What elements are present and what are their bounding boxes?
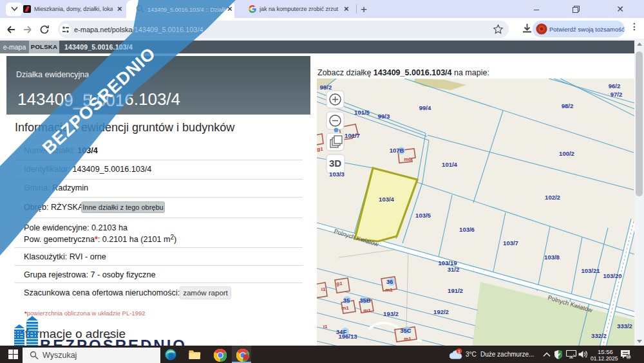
svg-text:35B: 35B xyxy=(359,297,371,304)
svg-text:97/2: 97/2 xyxy=(611,91,623,98)
svg-text:100/2: 100/2 xyxy=(559,150,574,157)
svg-text:35C: 35C xyxy=(400,327,412,334)
svg-text:36: 36 xyxy=(386,278,393,285)
svg-text:192/2: 192/2 xyxy=(433,308,449,315)
svg-text:96/2: 96/2 xyxy=(609,82,621,89)
svg-text:98/2: 98/2 xyxy=(562,102,574,109)
svg-text:31/2: 31/2 xyxy=(448,266,460,273)
svg-text:332/2: 332/2 xyxy=(591,332,607,339)
svg-text:333/2: 333/2 xyxy=(617,322,632,330)
svg-text:99/2: 99/2 xyxy=(320,84,332,91)
svg-text:191/2: 191/2 xyxy=(448,287,463,294)
svg-text:102/2: 102/2 xyxy=(545,194,560,201)
svg-text:m1: m1 xyxy=(341,305,349,311)
svg-text:3D: 3D xyxy=(329,158,341,169)
svg-text:m1: m1 xyxy=(385,287,393,293)
svg-text:m0: m0 xyxy=(404,156,412,162)
svg-text:107B: 107B xyxy=(390,147,404,154)
svg-text:99/4: 99/4 xyxy=(419,104,431,111)
svg-text:6: 6 xyxy=(627,355,630,359)
svg-text:m1: m1 xyxy=(404,336,412,342)
svg-text:103/7: 103/7 xyxy=(503,239,518,247)
svg-text:g1: g1 xyxy=(336,281,343,286)
svg-text:103/6: 103/6 xyxy=(459,226,475,233)
svg-text:103/5: 103/5 xyxy=(415,212,431,219)
svg-text:i1: i1 xyxy=(321,286,326,292)
svg-text:103/4: 103/4 xyxy=(379,196,394,203)
svg-text:i1: i1 xyxy=(323,324,328,330)
svg-text:101/5: 101/5 xyxy=(354,109,370,116)
svg-text:99/3: 99/3 xyxy=(378,113,390,120)
svg-text:1: 1 xyxy=(458,349,461,355)
svg-text:193/2: 193/2 xyxy=(383,310,399,317)
svg-text:34F: 34F xyxy=(336,328,347,335)
svg-text:103/20: 103/20 xyxy=(603,272,621,279)
svg-text:103/21: 103/21 xyxy=(581,267,600,274)
svg-text:103/3: 103/3 xyxy=(329,171,345,178)
svg-text:101/4: 101/4 xyxy=(442,161,457,168)
svg-text:35: 35 xyxy=(343,297,350,304)
svg-text:103/8: 103/8 xyxy=(544,254,560,261)
svg-text:101/7: 101/7 xyxy=(345,132,360,139)
svg-text:g1: g1 xyxy=(317,146,323,152)
svg-text:m1: m1 xyxy=(363,308,371,313)
